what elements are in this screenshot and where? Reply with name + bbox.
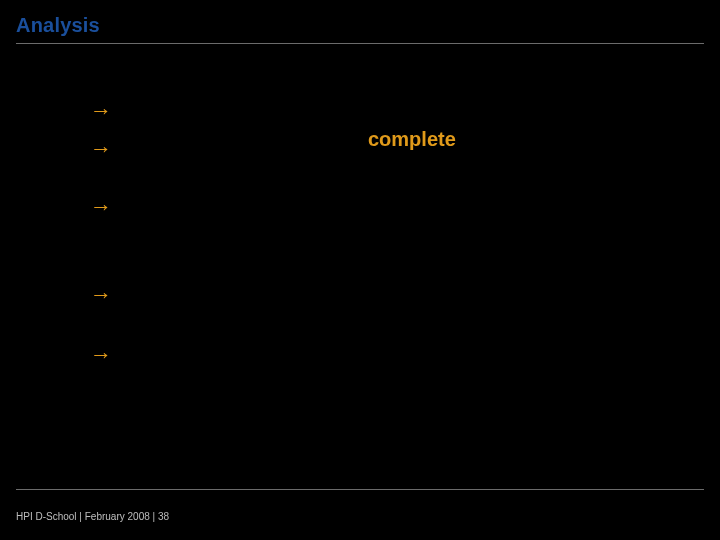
arrow-icon: → xyxy=(90,344,118,366)
bullet-row: → xyxy=(90,284,680,312)
footer-rule xyxy=(16,489,704,490)
footer-text: HPI D-School | February 2008 | 38 xyxy=(16,511,169,522)
arrow-icon: → xyxy=(90,196,118,218)
slide-title: Analysis xyxy=(16,14,100,37)
slide: Analysis → → → → → complete HPI D-School… xyxy=(0,0,720,540)
bullet-row: → xyxy=(90,196,680,224)
bullet-row: → xyxy=(90,344,680,372)
bullet-row: → xyxy=(90,100,680,128)
arrow-icon: → xyxy=(90,138,118,160)
title-rule xyxy=(16,43,704,44)
arrow-icon: → xyxy=(90,100,118,122)
arrow-icon: → xyxy=(90,284,118,306)
highlight-word: complete xyxy=(368,128,456,151)
